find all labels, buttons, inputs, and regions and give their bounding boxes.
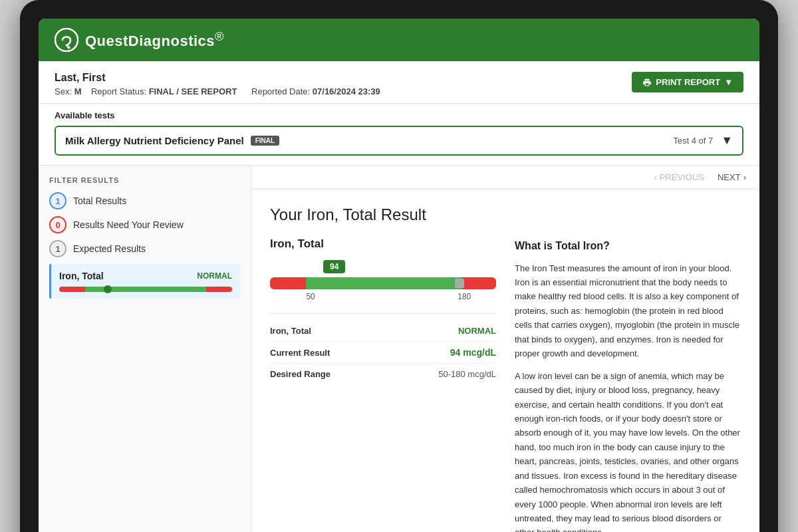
reported-value: 07/16/2024 23:39	[313, 86, 380, 96]
needs-review-badge: 0	[49, 216, 66, 233]
test-list-status: NORMAL	[197, 271, 232, 281]
available-tests-section: Available tests Milk Allergy Nutrient De…	[39, 104, 759, 165]
result-row-range: Desired Range 50-180 mcg/dL	[270, 364, 496, 384]
gauge-min-label: 50	[306, 292, 315, 301]
result-row-name: Iron, Total NORMAL	[270, 321, 496, 342]
print-chevron: ▼	[724, 77, 733, 87]
next-chevron-icon: ›	[743, 172, 746, 182]
gauge-value-bubble: 94	[323, 260, 345, 273]
gauge-max-label: 180	[458, 292, 471, 301]
patient-header: Last, First Sex: M Report Status: FINAL …	[39, 61, 759, 104]
filter-label: FILTER RESULTS	[49, 176, 240, 184]
gauge-bar-container: 50 180	[270, 277, 496, 289]
right-panel: ‹ PREVIOUS NEXT › Your Iron, Total Resul…	[251, 166, 759, 532]
prev-chevron-icon: ‹	[654, 172, 656, 182]
needs-review-label: Results Need Your Review	[73, 219, 184, 230]
logo-text: QuestDiagnostics®	[85, 29, 224, 50]
top-nav: QuestDiagnostics®	[39, 19, 759, 61]
status-label: Report Status:	[91, 86, 146, 96]
main-content: FILTER RESULTS 1 Total Results 0 Results…	[39, 165, 759, 532]
result-rows: Iron, Total NORMAL Current Result 94 mcg…	[270, 313, 496, 384]
test-list-item-iron[interactable]: Iron, Total NORMAL	[49, 264, 240, 299]
info-paragraph-1: The Iron Test measures the amount of iro…	[515, 261, 741, 361]
range-indicator	[104, 285, 112, 293]
expected-results-label: Expected Results	[73, 243, 146, 254]
device-frame: QuestDiagnostics® Last, First Sex: M Rep…	[20, 0, 778, 532]
chevron-down-icon: ▼	[721, 134, 733, 148]
small-square-indicator	[455, 279, 464, 288]
test-list-name: Iron, Total	[59, 271, 104, 281]
browser-window: QuestDiagnostics® Last, First Sex: M Rep…	[39, 19, 759, 532]
logo-area: QuestDiagnostics®	[55, 28, 224, 52]
result-row-current: Current Result 94 mcg/dL	[270, 342, 496, 364]
filter-total-results[interactable]: 1 Total Results	[49, 192, 240, 209]
range-bar-small	[59, 287, 232, 292]
row-label-iron: Iron, Total	[270, 326, 311, 336]
sidebar: FILTER RESULTS 1 Total Results 0 Results…	[39, 166, 251, 532]
next-button[interactable]: NEXT ›	[718, 172, 746, 182]
previous-button[interactable]: ‹ PREVIOUS	[654, 172, 704, 182]
panel-nav: ‹ PREVIOUS NEXT ›	[251, 166, 759, 190]
patient-meta: Sex: M Report Status: FINAL / SEE REPORT…	[55, 86, 380, 96]
result-body: Iron, Total 94 50 180	[270, 237, 741, 532]
svg-point-1	[68, 47, 70, 49]
result-section-title: Iron, Total	[270, 237, 496, 251]
print-report-button[interactable]: PRINT REPORT ▼	[632, 72, 743, 92]
sex-label: Sex:	[55, 86, 72, 96]
row-value-current: 94 mcg/dL	[450, 347, 496, 358]
result-content: Your Iron, Total Result Iron, Total 94	[251, 190, 759, 532]
row-value-range: 50-180 mcg/dL	[438, 369, 496, 379]
test-selector-left: Milk Allergy Nutrient Deficiency Panel F…	[65, 135, 279, 146]
patient-name: Last, First	[55, 72, 380, 84]
quest-logo-icon	[55, 28, 78, 52]
result-title: Your Iron, Total Result	[270, 205, 741, 224]
total-results-label: Total Results	[73, 196, 126, 206]
result-right: What is Total Iron? The Iron Test measur…	[515, 237, 741, 532]
test-final-badge: FINAL	[251, 136, 279, 146]
total-results-badge: 1	[49, 192, 66, 209]
reported-label: Reported Date:	[251, 86, 310, 96]
status-value: FINAL / SEE REPORT	[149, 86, 237, 96]
svg-point-0	[55, 29, 78, 51]
gauge-section: 94 50 180	[270, 260, 496, 289]
print-icon	[642, 78, 652, 87]
row-status-iron: NORMAL	[458, 326, 496, 336]
test-selector-name: Milk Allergy Nutrient Deficiency Panel	[65, 135, 244, 146]
row-label-current: Current Result	[270, 348, 330, 358]
info-title: What is Total Iron?	[515, 237, 741, 255]
sex-value: M	[74, 86, 82, 96]
expected-results-badge: 1	[49, 240, 66, 257]
filter-expected-results[interactable]: 1 Expected Results	[49, 240, 240, 257]
print-button-label: PRINT REPORT	[656, 77, 720, 87]
test-selector-dropdown[interactable]: Milk Allergy Nutrient Deficiency Panel F…	[55, 126, 743, 156]
row-label-range: Desired Range	[270, 369, 331, 379]
available-tests-label: Available tests	[55, 110, 743, 120]
result-left: Iron, Total 94 50 180	[270, 237, 496, 532]
info-paragraph-2: A low iron level can be a sign of anemia…	[515, 369, 741, 532]
patient-info: Last, First Sex: M Report Status: FINAL …	[55, 72, 380, 96]
test-count: Test 4 of 7	[673, 136, 713, 146]
test-list-item-header: Iron, Total NORMAL	[59, 271, 232, 281]
filter-needs-review[interactable]: 0 Results Need Your Review	[49, 216, 240, 233]
